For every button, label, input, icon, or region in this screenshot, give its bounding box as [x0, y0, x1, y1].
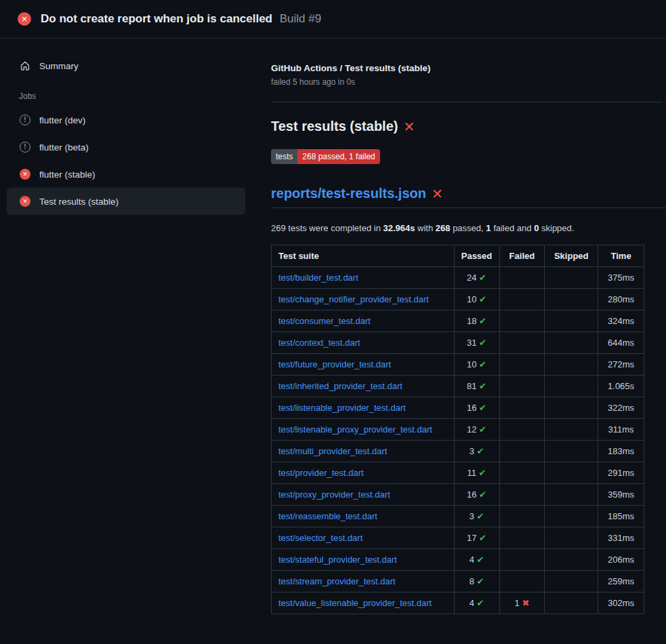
skipped-cell	[545, 462, 598, 484]
passed-cell: 18 ✔	[454, 310, 499, 332]
table-row: test/listenable_proxy_provider_test.dart…	[272, 419, 644, 441]
passed-cell: 11 ✔	[454, 462, 499, 484]
check-icon: ✔	[476, 446, 484, 456]
test-suite-link[interactable]: test/reassemble_test.dart	[278, 511, 377, 521]
build-number: Build #9	[280, 12, 321, 25]
time-cell: 324ms	[598, 310, 644, 332]
suite-cell: test/reassemble_test.dart	[272, 506, 455, 527]
check-icon: ✔	[479, 403, 486, 413]
failed-cell	[499, 506, 545, 527]
sidebar-item-flutter-stable[interactable]: ✕ flutter (stable)	[7, 161, 245, 188]
time-cell: 375ms	[598, 267, 644, 289]
test-suite-link[interactable]: test/consumer_test.dart	[278, 316, 371, 326]
passed-cell: 31 ✔	[454, 332, 499, 354]
col-header-test-suite: Test suite	[272, 245, 455, 267]
test-suite-link[interactable]: test/inherited_provider_test.dart	[278, 381, 402, 391]
time-cell: 183ms	[598, 441, 644, 462]
table-row: test/stream_provider_test.dart8 ✔259ms	[272, 571, 644, 592]
check-icon: ✔	[476, 576, 484, 586]
test-suite-link[interactable]: test/value_listenable_provider_test.dart	[278, 598, 432, 608]
skipped-cell	[545, 267, 598, 289]
skipped-cell	[545, 419, 598, 441]
tests-badge: tests 268 passed, 1 failed	[271, 149, 380, 164]
suite-cell: test/stream_provider_test.dart	[272, 571, 455, 592]
col-header-failed: Failed	[499, 245, 545, 267]
check-icon: ✔	[479, 381, 486, 391]
section-title: Test results (stable) ✕	[271, 119, 644, 134]
failed-cell: 1 ✖	[499, 592, 545, 614]
table-row: test/listenable_provider_test.dart16 ✔32…	[272, 397, 644, 419]
summary-label: Summary	[39, 61, 79, 71]
test-suite-link[interactable]: test/builder_test.dart	[278, 273, 358, 283]
job-label: Test results (stable)	[39, 197, 119, 207]
table-row: test/multi_provider_test.dart3 ✔183ms	[272, 441, 644, 462]
app-header: ✕ Do not create report when job is cance…	[0, 0, 666, 39]
suite-cell: test/future_provider_test.dart	[272, 354, 455, 376]
sidebar-item-summary[interactable]: Summary	[7, 52, 245, 79]
failed-cell	[499, 397, 545, 419]
failed-cell	[499, 484, 545, 506]
failed-cell	[499, 441, 545, 462]
check-icon: ✔	[479, 338, 486, 348]
skipped-cell	[545, 289, 598, 310]
sidebar-item-flutter-dev[interactable]: ! flutter (dev)	[7, 106, 245, 134]
job-label: flutter (dev)	[39, 115, 85, 125]
failed-cell	[499, 310, 545, 332]
badge-value: 268 passed, 1 failed	[297, 149, 379, 164]
home-icon	[19, 60, 31, 71]
table-header-row: Test suite Passed Failed Skipped Time	[272, 245, 644, 267]
passed-cell: 16 ✔	[454, 484, 499, 506]
skipped-cell	[545, 592, 598, 614]
test-suite-link[interactable]: test/stream_provider_test.dart	[278, 576, 396, 586]
badge-label: tests	[271, 149, 297, 164]
test-suite-link[interactable]: test/selector_test.dart	[278, 533, 362, 543]
time-cell: 259ms	[598, 571, 644, 592]
check-icon: ✔	[479, 316, 486, 326]
suite-cell: test/stateful_provider_test.dart	[272, 549, 455, 571]
table-row: test/selector_test.dart17 ✔331ms	[272, 527, 644, 549]
passed-cell: 10 ✔	[454, 354, 499, 376]
x-icon: ✕	[403, 120, 415, 134]
check-icon: ✔	[479, 359, 486, 369]
test-suite-link[interactable]: test/proxy_provider_test.dart	[278, 489, 390, 500]
skipped-cell	[545, 310, 598, 332]
failed-cell	[499, 462, 545, 484]
suite-cell: test/multi_provider_test.dart	[272, 441, 455, 462]
table-row: test/change_notifier_provider_test.dart1…	[272, 289, 644, 310]
sidebar-item-flutter-beta[interactable]: ! flutter (beta)	[7, 134, 245, 161]
check-icon: ✔	[476, 511, 484, 521]
test-suite-link[interactable]: test/multi_provider_test.dart	[278, 446, 387, 456]
passed-cell: 17 ✔	[454, 527, 499, 549]
check-icon: ✔	[479, 533, 486, 543]
skipped-cell	[545, 354, 598, 376]
test-suite-link[interactable]: test/future_provider_test.dart	[278, 359, 391, 369]
table-row: test/stateful_provider_test.dart4 ✔206ms	[272, 549, 644, 571]
table-row: test/future_provider_test.dart10 ✔272ms	[272, 354, 644, 376]
failed-cell	[499, 267, 545, 289]
test-suite-link[interactable]: test/change_notifier_provider_test.dart	[278, 294, 429, 304]
passed-cell: 4 ✔	[454, 592, 499, 614]
suite-cell: test/provider_test.dart	[272, 462, 455, 484]
failed-cell	[499, 571, 545, 592]
passed-cell: 10 ✔	[454, 289, 499, 310]
breadcrumb: GitHub Actions / Test results (stable)	[271, 63, 644, 73]
test-suite-link[interactable]: test/context_test.dart	[278, 338, 360, 348]
test-suite-link[interactable]: test/listenable_proxy_provider_test.dart	[278, 424, 432, 435]
failed-status-icon: ✕	[20, 196, 30, 207]
divider	[271, 102, 662, 102]
time-cell: 359ms	[598, 484, 644, 506]
passed-cell: 16 ✔	[454, 397, 499, 419]
test-suite-link[interactable]: test/listenable_provider_test.dart	[278, 403, 406, 413]
summary-line: 269 tests were completed in 32.964s with…	[271, 223, 644, 233]
test-suite-link[interactable]: test/stateful_provider_test.dart	[278, 555, 397, 565]
failed-cell	[499, 289, 545, 310]
report-heading: reports/test-results.json ✕	[271, 186, 666, 208]
suite-cell: test/builder_test.dart	[272, 267, 455, 289]
passed-cell: 8 ✔	[454, 571, 499, 592]
check-icon: ✔	[476, 555, 484, 565]
passed-cell: 4 ✔	[454, 549, 499, 571]
time-cell: 644ms	[598, 332, 644, 354]
test-suite-link[interactable]: test/provider_test.dart	[278, 468, 364, 478]
report-link[interactable]: reports/test-results.json	[271, 186, 426, 201]
sidebar-item-test-results-stable[interactable]: ✕ Test results (stable)	[7, 188, 245, 215]
